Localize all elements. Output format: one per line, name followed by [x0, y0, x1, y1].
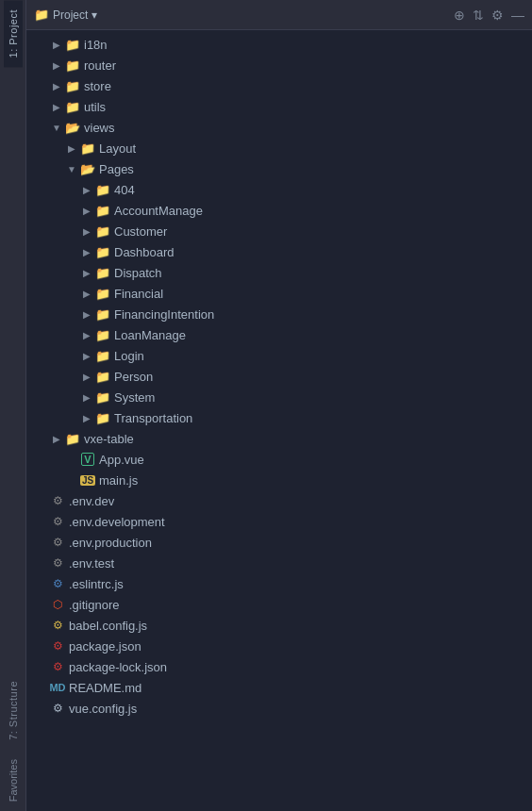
tree-item[interactable]: ⚙babel.config.js — [26, 615, 532, 636]
folder-icon: 📁 — [64, 78, 81, 93]
tree-arrow[interactable] — [79, 203, 94, 218]
folder-icon: 📁 — [94, 265, 111, 280]
tree-arrow[interactable] — [79, 369, 94, 384]
tree-item-label: .gitignore — [69, 598, 119, 612]
tree-item[interactable]: 📁Transportation — [26, 407, 532, 428]
settings-icon[interactable]: ⚙ — [491, 8, 504, 23]
tree-item[interactable]: ⚙.eslintrc.js — [26, 573, 532, 594]
sort-icon[interactable]: ⇅ — [473, 8, 484, 23]
tree-item-label: 404 — [114, 183, 135, 197]
tree-arrow[interactable] — [79, 286, 94, 301]
tree-item[interactable]: MDREADME.md — [26, 677, 532, 698]
tree-item[interactable]: 📁Customer — [26, 221, 532, 241]
tree-item-label: .env.test — [69, 556, 114, 571]
tree-item[interactable]: ⬡.gitignore — [26, 594, 532, 615]
tree-item[interactable]: 📁FinancingIntention — [26, 304, 532, 324]
tree-item[interactable]: JSmain.js — [26, 470, 532, 490]
tree-arrow[interactable] — [64, 141, 79, 156]
folder-open-icon: 📂 — [64, 120, 81, 135]
tree-item-label: utils — [84, 100, 106, 114]
tree-item[interactable]: 📂Pages — [26, 158, 532, 179]
tree-item[interactable]: ⚙.env.test — [26, 553, 532, 573]
config-icon: ⚙ — [49, 701, 66, 716]
tree-item-label: .env.dev — [69, 494, 114, 508]
tree-item-label: package.json — [69, 639, 141, 654]
tree-item[interactable]: 📁System — [26, 387, 532, 407]
babel-icon: ⚙ — [49, 618, 66, 633]
tree-item[interactable]: 📂views — [26, 117, 532, 138]
tree-arrow[interactable] — [79, 348, 94, 363]
tree-item[interactable]: ⚙vue.config.js — [26, 698, 532, 719]
tree-item[interactable]: 📁store — [26, 75, 532, 96]
tree-arrow[interactable] — [49, 431, 64, 446]
tree-item[interactable]: 📁Financial — [26, 283, 532, 304]
tree-item[interactable]: ⚙.env.production — [26, 532, 532, 553]
env-icon: ⚙ — [49, 555, 66, 571]
folder-icon: 📁 — [64, 431, 81, 446]
tree-arrow[interactable] — [49, 58, 64, 73]
tree-arrow[interactable] — [79, 389, 94, 405]
tree-item[interactable]: ⚙.env.development — [26, 511, 532, 532]
panel-title-area: 📁 Project ▾ — [34, 8, 97, 22]
tree-arrow[interactable] — [64, 161, 79, 176]
tree-item-label: System — [114, 390, 155, 405]
project-tab[interactable]: 1: Project — [4, 0, 23, 67]
tree-item[interactable]: 📁LoanManage — [26, 324, 532, 345]
tree-arrow[interactable] — [79, 306, 94, 322]
tree-item[interactable]: 📁Layout — [26, 138, 532, 158]
tree-arrow[interactable] — [79, 327, 94, 342]
tree-arrow[interactable] — [49, 120, 64, 135]
tree-item-label: App.vue — [99, 453, 144, 467]
tree-item[interactable]: 📁utils — [26, 96, 532, 117]
vue-icon: V — [79, 452, 96, 467]
tree-arrow[interactable] — [79, 182, 94, 197]
tree-item-label: README.md — [69, 681, 141, 695]
tree-item[interactable]: 📁vxe-table — [26, 428, 532, 449]
tree-item[interactable]: 📁Dashboard — [26, 241, 532, 262]
folder-icon: 📁 — [94, 244, 111, 259]
tree-item-label: package-lock.json — [69, 660, 167, 674]
add-icon[interactable]: ⊕ — [454, 8, 465, 23]
folder-icon: 📁 — [94, 203, 111, 218]
folder-icon: 📁 — [94, 348, 111, 363]
structure-tab[interactable]: 7: Structure — [4, 671, 23, 750]
tree-item-label: FinancingIntention — [114, 307, 214, 322]
tree-arrow[interactable] — [49, 78, 64, 93]
tree-item[interactable]: 📁AccountManage — [26, 200, 532, 221]
tree-arrow[interactable] — [49, 37, 64, 52]
folder-icon: 📁 — [94, 410, 111, 425]
tree-item-label: vxe-table — [84, 432, 134, 446]
folder-icon: 📁 — [94, 286, 111, 301]
tree-item[interactable]: ⚙.env.dev — [26, 490, 532, 511]
folder-icon: 📁 — [94, 389, 111, 405]
tree-arrow[interactable] — [49, 99, 64, 114]
tree-item[interactable]: 📁Login — [26, 345, 532, 366]
panel-folder-icon: 📁 — [34, 8, 49, 22]
tree-arrow[interactable] — [79, 410, 94, 425]
collapse-icon[interactable]: — — [511, 8, 524, 23]
tree-arrow[interactable] — [79, 244, 94, 259]
tree-item[interactable]: ⚙package.json — [26, 636, 532, 656]
tree-item-label: vue.config.js — [69, 702, 137, 716]
tree-arrow[interactable] — [79, 223, 94, 239]
tree-item-label: main.js — [99, 473, 138, 488]
tree-arrow[interactable] — [79, 265, 94, 280]
tree-item[interactable]: 📁Person — [26, 366, 532, 387]
tree-item[interactable]: 📁i18n — [26, 34, 532, 55]
tree-item[interactable]: 📁404 — [26, 179, 532, 200]
tree-item-label: LoanManage — [114, 328, 186, 342]
panel-dropdown-icon[interactable]: ▾ — [91, 8, 97, 22]
eslint-icon: ⚙ — [49, 576, 66, 591]
folder-icon: 📁 — [94, 306, 111, 322]
tree-item-label: i18n — [84, 38, 108, 52]
folder-icon: 📁 — [94, 182, 111, 197]
tree-item[interactable]: 📁router — [26, 55, 532, 75]
tree-item[interactable]: VApp.vue — [26, 449, 532, 470]
tree-item[interactable]: 📁Dispatch — [26, 262, 532, 283]
env-icon: ⚙ — [49, 514, 66, 529]
favorites-tab[interactable]: Favorites — [4, 750, 23, 811]
folder-open-icon: 📂 — [79, 161, 96, 176]
env-icon: ⚙ — [49, 493, 66, 508]
tree-item[interactable]: ⚙package-lock.json — [26, 656, 532, 677]
tree-item-label: .env.production — [69, 536, 152, 550]
